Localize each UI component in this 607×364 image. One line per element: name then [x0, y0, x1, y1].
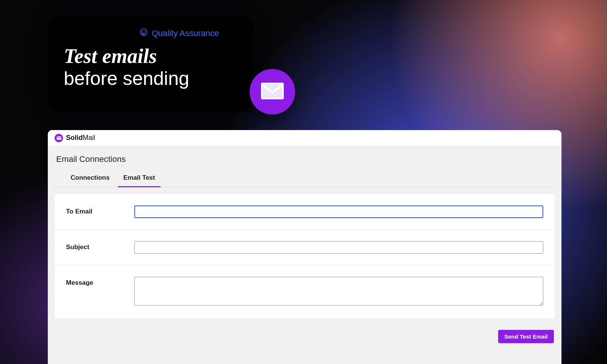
- to-email-input[interactable]: [134, 206, 543, 218]
- mail-badge: [250, 69, 295, 115]
- hero-card: Quality Assurance Test emails before sen…: [49, 17, 253, 111]
- subject-input[interactable]: [134, 241, 543, 254]
- tab-label: Email Test: [123, 174, 155, 181]
- hero-background: Quality Assurance Test emails before sen…: [0, 0, 607, 364]
- brand-name: SolidMail: [66, 134, 95, 142]
- email-test-form: To Email Subject Message: [55, 194, 555, 318]
- form-row-to-email: To Email: [55, 194, 555, 230]
- brand-badge-icon: [55, 134, 63, 142]
- tabs: Connections Email Test: [55, 169, 555, 187]
- hero-title-line2: before sending: [64, 69, 238, 89]
- brand-name-light: Mail: [83, 134, 95, 141]
- form-actions: Send Test Email: [48, 325, 561, 351]
- hero-title: Test emails before sending: [64, 46, 238, 88]
- message-textarea[interactable]: [134, 277, 543, 306]
- tab-label: Connections: [71, 174, 110, 181]
- brand-name-bold: Solid: [66, 134, 83, 141]
- page-title: Email Connections: [48, 146, 561, 169]
- panel-topbar: SolidMail: [48, 130, 561, 146]
- form-row-subject: Subject: [55, 230, 555, 265]
- wordpress-icon: [140, 28, 148, 39]
- envelope-icon: [261, 83, 284, 101]
- hero-title-line1: Test emails: [64, 46, 238, 67]
- form-row-message: Message: [55, 265, 555, 318]
- admin-panel: SolidMail Email Connections Connections …: [48, 130, 561, 364]
- hero-eyebrow: Quality Assurance: [140, 28, 238, 39]
- tab-email-test[interactable]: Email Test: [122, 169, 157, 187]
- tab-connections[interactable]: Connections: [69, 169, 111, 187]
- to-email-label: To Email: [66, 206, 134, 215]
- subject-label: Subject: [66, 241, 134, 251]
- send-test-email-button[interactable]: Send Test Email: [498, 330, 554, 343]
- hero-eyebrow-text: Quality Assurance: [152, 28, 219, 38]
- message-label: Message: [66, 277, 134, 287]
